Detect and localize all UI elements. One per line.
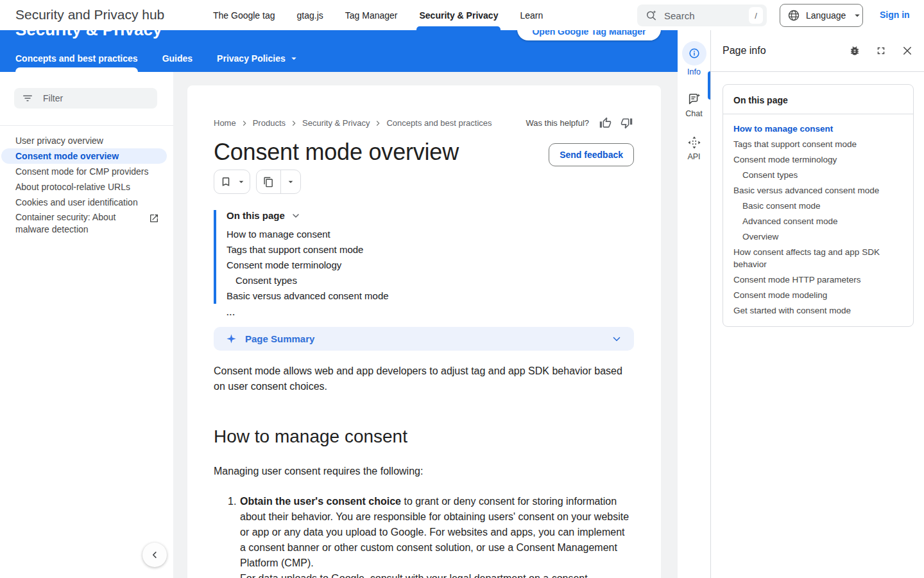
caret-down-icon [851,10,863,21]
breadcrumb-products[interactable]: Products [253,118,286,128]
chevron-down-icon [611,333,622,345]
panel-toc-item[interactable]: Consent mode terminology [733,152,903,167]
bookmark-button[interactable] [214,170,236,193]
nav-the-google-tag[interactable]: The Google tag [213,0,275,30]
subnav-tabs: Concepts and best practices Guides Priva… [15,45,300,72]
sidebar-item-container-security[interactable]: Container security: About malware detect… [0,210,168,237]
page-info-panel: Page info On this page How to manage con… [710,30,924,578]
panel-toc-item[interactable]: Get started with consent mode [733,302,903,318]
tab-concepts-and-best-practices[interactable]: Concepts and best practices [15,45,138,72]
article-card: Home Products Security & Privacy Concept… [187,85,661,578]
toc-item[interactable]: How to manage consent [227,227,634,242]
page-summary-label: Page Summary [245,333,314,344]
search-box[interactable]: / [637,4,767,26]
chat-icon [682,92,706,107]
search-icon [645,9,658,22]
panel-toc-item[interactable]: Consent types [733,167,903,182]
rail-tab-info[interactable]: Info [678,41,710,76]
toc-item[interactable]: Basic versus advanced consent mode [227,288,634,304]
fullscreen-button[interactable] [875,45,887,57]
close-button[interactable] [902,45,913,57]
chevron-right-icon [241,119,248,127]
sidebar-item-label: Cookies and user identification [15,197,164,209]
toc-item[interactable]: Consent types [227,273,634,288]
rail-tab-chat[interactable]: Chat [678,92,710,118]
panel-toc-item[interactable]: How to manage consent [733,121,903,136]
page-actions [214,170,634,194]
sidebar-item-consent-mode-overview[interactable]: Consent mode overview [1,148,167,164]
panel-toc-item[interactable]: Overview [733,229,903,244]
info-icon [682,41,706,66]
sidebar-item-user-privacy-overview[interactable]: User privacy overview [0,133,173,148]
on-this-page-list: How to manage consent Tags that support … [227,227,634,304]
bug-icon [849,45,860,57]
send-feedback-button[interactable]: Send feedback [549,143,634,166]
bug-report-button[interactable] [849,45,860,57]
language-selector[interactable]: Language [780,4,863,27]
panel-toc-item[interactable]: Basic versus advanced consent mode [733,182,903,198]
sidebar-item-label: User privacy overview [15,135,164,147]
panel-toc-item[interactable]: Tags that support consent mode [733,136,903,152]
on-this-page-card: On this page How to manage consent Tags … [723,84,914,327]
bookmark-icon [220,176,232,188]
api-icon [682,135,706,150]
tab-guides[interactable]: Guides [162,45,193,72]
caret-down-icon [288,53,300,64]
page-info-actions [849,45,913,57]
copy-dropdown-button[interactable] [281,170,300,193]
toc-expand-button[interactable]: ... [227,310,634,316]
caret-down-icon [286,177,296,187]
list-item-text-2: For data uploads to Google, consult with… [240,571,633,578]
nav-gtagjs[interactable]: gtag.js [297,0,323,30]
panel-toc-item[interactable]: Basic consent mode [733,198,903,213]
breadcrumb-concepts[interactable]: Concepts and best practices [386,118,492,128]
breadcrumb-home[interactable]: Home [214,118,236,128]
page-summary-bar[interactable]: Page Summary [214,327,634,351]
external-link-icon [149,213,159,223]
copy-icon [263,177,274,188]
sidebar-item-cookies-user-identification[interactable]: Cookies and user identification [0,195,173,210]
thumbs-down-icon [620,117,633,129]
tab-label: Concepts and best practices [15,53,138,64]
search-input[interactable] [664,10,749,21]
section-title-clipped: Security & Privacy [15,30,162,40]
nav-security-privacy[interactable]: Security & Privacy [419,0,498,30]
on-this-page-heading: On this page [227,210,285,221]
panel-toc-item[interactable]: How consent affects tag and app SDK beha… [733,244,903,272]
search-shortcut-badge: / [749,7,763,24]
panel-toc-item[interactable]: Consent mode modeling [733,287,903,302]
on-this-page-block: On this page How to manage consent Tags … [214,210,634,304]
sidebar-filter[interactable] [14,88,157,109]
intro-paragraph: Consent mode allows web and app develope… [214,363,635,394]
breadcrumb-security-privacy[interactable]: Security & Privacy [302,118,370,128]
sidebar-collapse-button[interactable] [142,543,167,567]
tab-privacy-policies[interactable]: Privacy Policies [217,45,300,72]
copy-button[interactable] [257,170,280,193]
sidebar-item-consent-mode-cmp[interactable]: Consent mode for CMP providers [0,164,173,179]
thumbs-down-button[interactable] [619,116,634,130]
thumbs-up-icon [599,117,612,129]
panel-toc-item[interactable]: Consent mode HTTP parameters [733,272,903,287]
sidebar-item-label: About protocol-relative URLs [15,181,164,193]
sidebar-item-label: Container security: About malware detect… [15,211,142,236]
copy-control [256,170,301,194]
chevron-right-icon [290,119,298,127]
sidebar-item-protocol-relative-urls[interactable]: About protocol-relative URLs [0,179,173,195]
sign-in-link[interactable]: Sign in [880,10,910,20]
filter-input[interactable] [43,93,150,103]
nav-tag-manager[interactable]: Tag Manager [345,0,398,30]
ordered-list-item: 1. Obtain the user's consent choice to g… [214,494,634,578]
chevron-down-icon [291,211,301,221]
toc-item[interactable]: Consent mode terminology [227,258,634,273]
page-title: Consent mode overview [214,139,459,166]
toc-item[interactable]: Tags that support consent mode [227,242,634,258]
thumbs-up-button[interactable] [598,116,613,130]
nav-learn[interactable]: Learn [520,0,543,30]
top-nav: The Google tag gtag.js Tag Manager Secur… [213,0,543,30]
rail-tab-api[interactable]: API [678,135,710,161]
bookmark-dropdown-button[interactable] [236,170,250,193]
section-heading: How to manage consent [214,426,634,447]
panel-toc-item[interactable]: Advanced consent mode [733,213,903,229]
on-this-page-toggle[interactable]: On this page [227,210,634,221]
product-title[interactable]: Security and Privacy hub [15,7,164,22]
